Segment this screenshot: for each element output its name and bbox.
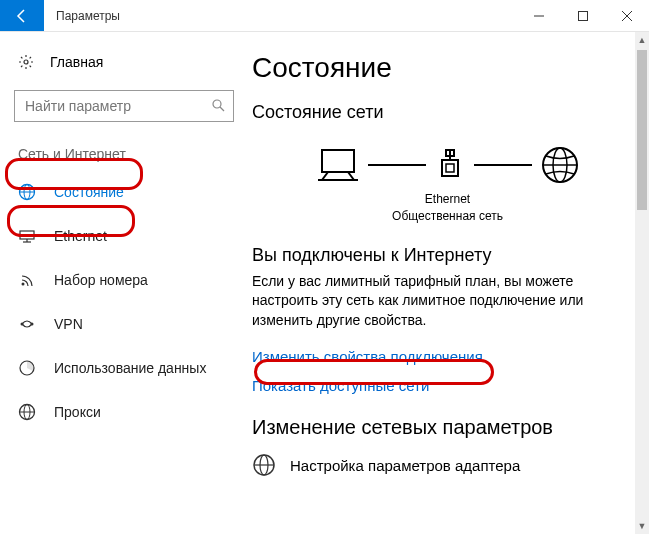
show-available-networks-link[interactable]: Показать доступные сети	[252, 377, 643, 394]
minimize-button[interactable]	[517, 0, 561, 31]
search-input[interactable]	[23, 97, 211, 115]
scrollbar-thumb[interactable]	[637, 50, 647, 210]
back-button[interactable]	[0, 0, 44, 31]
sidebar-item-vpn[interactable]: VPN	[0, 302, 248, 346]
titlebar: Параметры	[0, 0, 649, 32]
connection-line	[474, 164, 532, 166]
svg-rect-18	[322, 150, 354, 172]
window-controls	[517, 0, 649, 31]
close-button[interactable]	[605, 0, 649, 31]
scroll-down-arrow[interactable]: ▼	[635, 518, 649, 534]
maximize-button[interactable]	[561, 0, 605, 31]
svg-rect-23	[446, 164, 454, 172]
svg-point-11	[22, 283, 25, 286]
network-profile: Общественная сеть	[252, 208, 643, 225]
page-title: Состояние	[252, 52, 643, 84]
svg-point-3	[213, 100, 221, 108]
sidebar-item-label: Набор номера	[54, 272, 148, 288]
adapter-icon	[252, 453, 276, 477]
network-diagram	[252, 145, 643, 185]
sidebar-item-label: Прокси	[54, 404, 101, 420]
search-box[interactable]	[14, 90, 234, 122]
adapter-settings-row[interactable]: Настройка параметров адаптера	[252, 453, 643, 477]
connection-line	[368, 164, 426, 166]
arrow-left-icon	[14, 8, 30, 24]
sidebar-item-status[interactable]: Состояние	[0, 170, 248, 214]
connection-type: Ethernet	[252, 191, 643, 208]
router-icon	[434, 148, 466, 182]
svg-point-2	[24, 60, 28, 64]
svg-line-4	[220, 107, 224, 111]
data-usage-icon	[18, 359, 36, 377]
proxy-icon	[18, 403, 36, 421]
ethernet-icon	[18, 227, 36, 245]
network-diagram-labels: Ethernet Общественная сеть	[252, 191, 643, 225]
sidebar-item-ethernet[interactable]: Ethernet	[0, 214, 248, 258]
svg-rect-22	[442, 160, 458, 176]
close-icon	[622, 11, 632, 21]
status-icon	[18, 183, 36, 201]
search-icon	[211, 98, 225, 115]
sidebar-item-label: Использование данных	[54, 360, 206, 376]
sidebar-item-proxy[interactable]: Прокси	[0, 390, 248, 434]
home-label: Главная	[50, 54, 103, 70]
sidebar: Главная Сеть и Интернет Состояние Ethern…	[0, 32, 248, 534]
sidebar-category: Сеть и Интернет	[0, 138, 248, 170]
main-content: Состояние Состояние сети Ethernet Общест…	[248, 32, 649, 534]
network-status-heading: Состояние сети	[252, 102, 643, 123]
svg-rect-1	[579, 11, 588, 20]
sidebar-item-dialup[interactable]: Набор номера	[0, 258, 248, 302]
home-button[interactable]: Главная	[0, 42, 248, 82]
computer-icon	[316, 148, 360, 182]
window-title: Параметры	[44, 0, 132, 31]
connected-heading: Вы подключены к Интернету	[252, 245, 643, 266]
minimize-icon	[534, 11, 544, 21]
svg-line-20	[322, 172, 328, 180]
gear-icon	[18, 54, 34, 70]
scrollbar[interactable]: ▲ ▼	[635, 32, 649, 534]
maximize-icon	[578, 11, 588, 21]
svg-rect-8	[20, 231, 34, 239]
sidebar-item-data-usage[interactable]: Использование данных	[0, 346, 248, 390]
adapter-settings-label: Настройка параметров адаптера	[290, 457, 520, 474]
svg-line-21	[348, 172, 354, 180]
dialup-icon	[18, 271, 36, 289]
change-connection-properties-link[interactable]: Изменить свойства подключения	[252, 348, 643, 365]
globe-icon	[540, 145, 580, 185]
connected-description: Если у вас лимитный тарифный план, вы мо…	[252, 272, 643, 331]
scroll-up-arrow[interactable]: ▲	[635, 32, 649, 48]
change-network-params-heading: Изменение сетевых параметров	[252, 416, 643, 439]
sidebar-item-label: Состояние	[54, 184, 124, 200]
vpn-icon	[18, 315, 36, 333]
sidebar-item-label: VPN	[54, 316, 83, 332]
sidebar-item-label: Ethernet	[54, 228, 107, 244]
